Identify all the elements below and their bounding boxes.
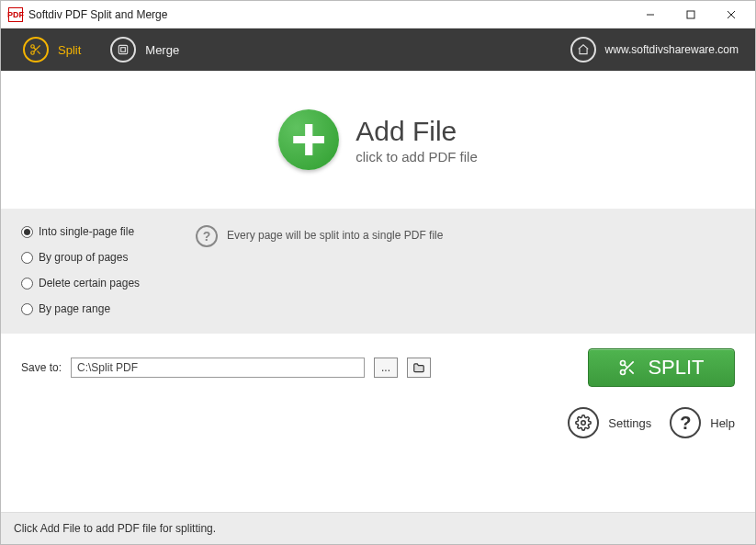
close-button[interactable]	[711, 2, 751, 28]
add-file-heading: Add File	[355, 116, 478, 147]
tab-merge-label: Merge	[145, 43, 179, 57]
hint-text: Every page will be split into a single P…	[227, 225, 443, 242]
tab-merge[interactable]: Merge	[105, 33, 185, 66]
main-toolbar: Split Merge www.softdivshareware.com	[1, 28, 755, 71]
split-options-panel: Into single-page file By group of pages …	[1, 209, 755, 334]
svg-point-16	[581, 421, 586, 426]
radio-label: Into single-page file	[39, 225, 134, 238]
radio-label: By group of pages	[39, 251, 128, 264]
svg-line-7	[37, 51, 39, 53]
footer-buttons: Settings ? Help	[1, 402, 755, 455]
status-text: Click Add File to add PDF file for split…	[14, 522, 216, 535]
help-button[interactable]: ? Help	[670, 407, 735, 438]
radio-label: By page range	[39, 302, 110, 315]
app-icon: PDF	[8, 7, 23, 22]
save-row: Save to: ... SPLIT	[1, 334, 755, 402]
svg-point-5	[31, 51, 35, 55]
svg-line-15	[625, 365, 627, 368]
tab-split[interactable]: Split	[17, 33, 86, 66]
content: Add File click to add PDF file Into sing…	[1, 71, 755, 512]
radio-icon	[21, 303, 33, 315]
site-link[interactable]: www.softdivshareware.com	[605, 43, 739, 56]
radio-icon	[21, 226, 33, 238]
scissors-icon	[23, 37, 49, 62]
split-mode-radios: Into single-page file By group of pages …	[21, 225, 177, 315]
window-controls	[630, 2, 751, 28]
settings-label: Settings	[608, 416, 651, 430]
status-bar: Click Add File to add PDF file for split…	[1, 512, 755, 544]
radio-page-range[interactable]: By page range	[21, 302, 177, 315]
maximize-button[interactable]	[671, 2, 711, 28]
titlebar: PDF Softdiv PDF Split and Merge	[1, 1, 755, 28]
add-file-subtext: click to add PDF file	[355, 149, 478, 165]
save-to-label: Save to:	[21, 361, 62, 374]
split-hint: ? Every page will be split into a single…	[196, 225, 443, 315]
minimize-button[interactable]	[630, 2, 671, 28]
help-label: Help	[710, 416, 735, 430]
radio-icon	[21, 278, 33, 290]
scissors-icon	[618, 358, 637, 377]
add-file-zone[interactable]: Add File click to add PDF file	[1, 71, 755, 209]
radio-label: Delete certain pages	[39, 277, 140, 290]
radio-icon	[21, 252, 33, 264]
svg-point-4	[31, 45, 35, 49]
more-button[interactable]: ...	[374, 358, 398, 378]
window-title: Softdiv PDF Split and Merge	[28, 8, 167, 21]
save-path-input[interactable]	[71, 358, 365, 378]
radio-single-page[interactable]: Into single-page file	[21, 225, 177, 238]
svg-rect-10	[121, 48, 126, 52]
tab-split-label: Split	[58, 43, 81, 57]
home-icon[interactable]	[570, 37, 596, 62]
svg-rect-1	[687, 11, 694, 18]
plus-icon	[278, 109, 339, 170]
gear-icon	[568, 407, 599, 438]
merge-icon	[110, 37, 136, 62]
browse-folder-button[interactable]	[407, 358, 431, 378]
svg-rect-9	[119, 45, 128, 53]
split-button-label: SPLIT	[648, 356, 704, 380]
split-button[interactable]: SPLIT	[588, 348, 735, 387]
svg-line-14	[630, 369, 635, 374]
question-icon: ?	[670, 407, 701, 438]
svg-line-8	[34, 48, 36, 50]
radio-delete-pages[interactable]: Delete certain pages	[21, 277, 177, 290]
radio-group-pages[interactable]: By group of pages	[21, 251, 177, 264]
site-link-group: www.softdivshareware.com	[570, 37, 739, 62]
question-icon: ?	[196, 225, 218, 247]
settings-button[interactable]: Settings	[568, 407, 651, 438]
